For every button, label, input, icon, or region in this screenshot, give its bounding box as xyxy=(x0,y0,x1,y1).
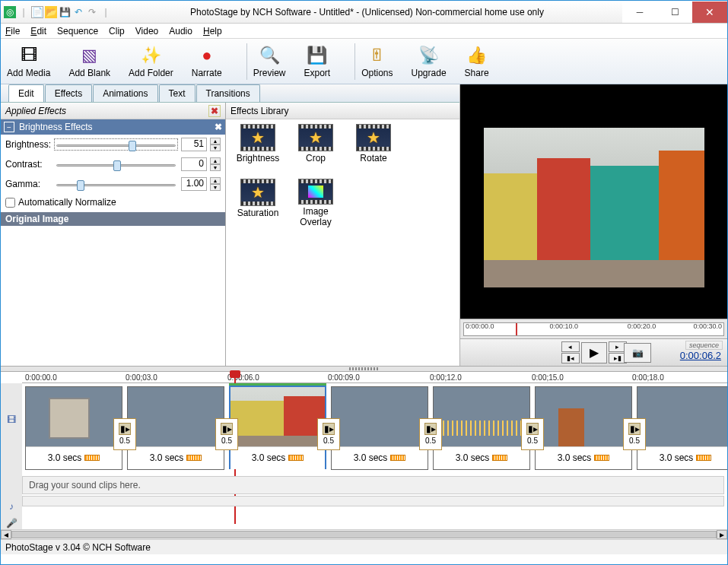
upgrade-icon: 📡 xyxy=(418,45,440,66)
collapse-icon[interactable]: − xyxy=(4,122,14,132)
preview-timeline-track[interactable]: 0:00:00.0 0:00:10.0 0:00:20.0 0:00:30.0 xyxy=(463,322,724,336)
effect-saturation[interactable]: ★Saturation xyxy=(230,179,285,227)
effect-brightness[interactable]: ★Brightness xyxy=(230,124,285,173)
timeline-clip-selected[interactable]: 3.0 secs xyxy=(229,386,326,469)
remove-effect-button[interactable]: ✖ xyxy=(208,105,221,117)
toolbar-label: Export xyxy=(304,68,330,78)
ruler-label: 0:00;12.0 xyxy=(430,373,462,382)
brightness-value[interactable]: 51 xyxy=(181,138,207,151)
new-icon[interactable]: 📄 xyxy=(31,6,43,18)
close-button[interactable]: ✕ xyxy=(692,2,727,23)
transition-marker[interactable]: ▮▸0.5 xyxy=(215,418,238,450)
menu-help[interactable]: Help xyxy=(203,26,222,37)
contrast-slider[interactable] xyxy=(54,158,178,170)
sequence-label: sequence xyxy=(685,341,723,350)
transition-marker[interactable]: ▮▸0.5 xyxy=(113,418,136,450)
timeline-ruler[interactable]: 0:00:00.0 0:00;03.0 0:00:06.0 0:00:09.0 … xyxy=(22,372,727,383)
timeline-clip[interactable]: 3.0 secs xyxy=(535,386,632,470)
preview-playhead[interactable] xyxy=(516,323,517,335)
timeline-scrollbar[interactable]: ◂ ▸ xyxy=(1,529,727,539)
scroll-left-button[interactable]: ◂ xyxy=(1,530,11,539)
effect-group-header[interactable]: − Brightness Effects ✖ xyxy=(1,119,225,135)
contrast-row: Contrast: 0 ▲▼ xyxy=(1,154,225,174)
ruler-label: 0:00;15.0 xyxy=(532,373,564,382)
preview-timeline[interactable]: 0:00:00.0 0:00:10.0 0:00:20.0 0:00:30.0 xyxy=(460,319,727,338)
menu-video[interactable]: Video xyxy=(135,26,158,37)
add-media-button[interactable]: 🎞Add Media xyxy=(7,45,50,78)
transition-marker[interactable]: ▮▸0.5 xyxy=(521,418,544,450)
narrate-button[interactable]: ●Narrate xyxy=(192,45,222,78)
prev-frame-button[interactable]: ◂ xyxy=(561,341,580,352)
gamma-spinner[interactable]: ▲▼ xyxy=(210,177,221,191)
brightness-spinner[interactable]: ▲▼ xyxy=(210,138,221,151)
original-image-row[interactable]: Original Image xyxy=(1,212,225,226)
effects-library-title: Effects Library xyxy=(230,106,288,116)
effect-crop[interactable]: ★Crop xyxy=(288,124,343,173)
toolbar-separator xyxy=(246,43,247,80)
add-folder-button[interactable]: ✨Add Folder xyxy=(129,45,173,78)
brightness-slider[interactable] xyxy=(54,138,178,151)
effect-caption: Image Overlay xyxy=(288,206,343,227)
preview-button[interactable]: 🔍Preview xyxy=(253,45,286,78)
minimize-button[interactable]: ─ xyxy=(622,2,657,23)
audio-track-icon[interactable]: ♪ xyxy=(5,500,17,513)
tab-effects[interactable]: Effects xyxy=(45,84,92,102)
mic-track-icon[interactable]: 🎤 xyxy=(5,517,17,529)
menu-edit[interactable]: Edit xyxy=(30,26,46,37)
transition-icon: ▮▸ xyxy=(221,423,233,435)
video-track-icon[interactable]: 🎞 xyxy=(5,414,17,426)
timeline-clip[interactable]: 3.0 secs xyxy=(331,386,428,470)
narration-track[interactable] xyxy=(22,496,724,506)
first-frame-button[interactable]: ▮◂ xyxy=(561,353,580,363)
export-button[interactable]: 💾Export xyxy=(304,45,330,78)
auto-normalize-checkbox[interactable] xyxy=(5,198,15,208)
menu-file[interactable]: File xyxy=(5,26,20,37)
options-button[interactable]: 🎚Options xyxy=(361,45,393,78)
transition-marker[interactable]: ▮▸0.5 xyxy=(419,418,442,450)
qat-separator: | xyxy=(100,6,112,18)
current-time[interactable]: 0:00:06.2 xyxy=(680,350,721,361)
effect-thumb-icon xyxy=(298,179,333,205)
preview-time-label: 0:00:20.0 xyxy=(628,322,656,330)
share-button[interactable]: 👍Share xyxy=(465,45,489,78)
gamma-slider[interactable] xyxy=(54,178,178,190)
menu-audio[interactable]: Audio xyxy=(169,26,192,37)
add-blank-button[interactable]: ▧Add Blank xyxy=(68,45,110,78)
snapshot-button[interactable]: 📷 xyxy=(624,343,651,363)
play-button[interactable]: ▶ xyxy=(581,342,607,363)
tab-animations[interactable]: Animations xyxy=(93,84,157,102)
effect-rotate[interactable]: ★Rotate xyxy=(346,124,401,173)
upgrade-button[interactable]: 📡Upgrade xyxy=(412,45,447,78)
transition-icon: ▮▸ xyxy=(526,423,539,435)
tab-edit[interactable]: Edit xyxy=(8,84,44,102)
scroll-thumb[interactable] xyxy=(11,531,717,538)
transition-marker[interactable]: ▮▸0.5 xyxy=(317,418,340,450)
timeline-clip[interactable]: 3.0 secs xyxy=(433,386,530,470)
gamma-value[interactable]: 1.00 xyxy=(181,177,207,191)
close-effect-icon[interactable]: ✖ xyxy=(215,122,222,132)
transition-marker[interactable]: ▮▸0.5 xyxy=(623,418,646,450)
wand-icon: ✨ xyxy=(140,45,161,66)
save-icon[interactable]: 💾 xyxy=(59,6,71,18)
tab-text[interactable]: Text xyxy=(159,84,196,102)
scroll-right-button[interactable]: ▸ xyxy=(717,530,727,539)
timeline-clip[interactable]: 3.0 secs xyxy=(25,386,122,470)
timeline-clip[interactable]: 3.0 secs xyxy=(127,386,224,470)
maximize-button[interactable]: ☐ xyxy=(657,2,692,23)
redo-icon[interactable]: ↷ xyxy=(86,6,98,18)
audio-track[interactable]: Drag your sound clips here. xyxy=(22,476,724,494)
toolbar: 🎞Add Media ▧Add Blank ✨Add Folder ●Narra… xyxy=(1,39,727,84)
contrast-spinner[interactable]: ▲▼ xyxy=(210,157,221,171)
tab-transitions[interactable]: Transitions xyxy=(196,84,260,102)
edit-panel: Applied Effects ✖ − Brightness Effects ✖… xyxy=(1,103,459,366)
contrast-value[interactable]: 0 xyxy=(181,157,207,171)
timeline-clip[interactable]: 3.0 secs xyxy=(637,386,727,470)
undo-icon[interactable]: ↶ xyxy=(72,6,84,18)
open-icon[interactable]: 📂 xyxy=(45,6,57,18)
horizontal-splitter[interactable] xyxy=(1,366,727,372)
menu-clip[interactable]: Clip xyxy=(109,26,125,37)
menu-sequence[interactable]: Sequence xyxy=(57,26,98,37)
clip-thumbnail xyxy=(637,387,727,446)
clip-area[interactable]: 3.0 secs ▮▸0.5 3.0 secs ▮▸0.5 3.0 secs ▮… xyxy=(22,383,727,529)
effect-image-overlay[interactable]: Image Overlay xyxy=(288,179,343,227)
